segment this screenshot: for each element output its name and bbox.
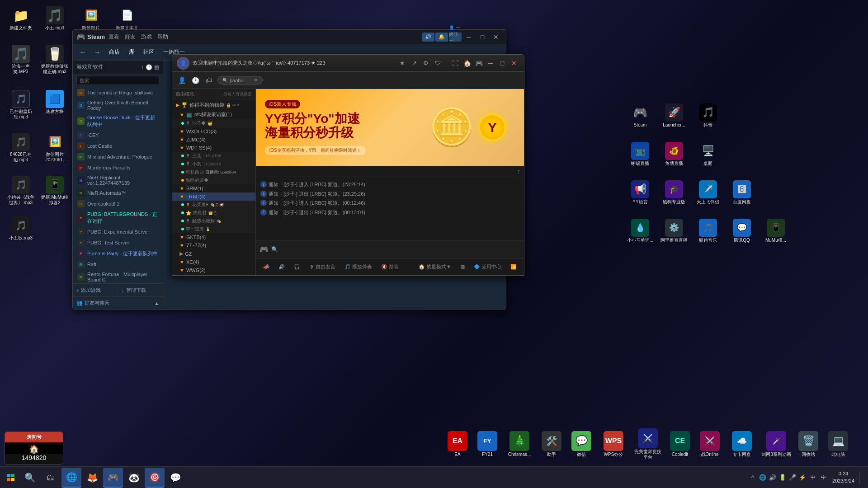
desktop-icon-audio5[interactable]: 🎵 小约铸《战争世界》.mp3 — [5, 174, 37, 207]
yy-tb-history[interactable]: 🕐 — [189, 75, 201, 86]
tray-volume[interactable]: 🔊 — [768, 473, 777, 482]
yy-search-clear[interactable]: ✕ — [254, 77, 258, 83]
game-item-pubg-test[interactable]: P PUBG: Test Server — [73, 237, 163, 248]
desktop-icon-ad1[interactable]: 📺 蜥蜴直播 — [624, 140, 656, 168]
taskbar-search[interactable]: 🔍 — [20, 468, 40, 488]
yy-group-wwg[interactable]: ▼ WWG(2) — [172, 266, 255, 274]
yy-group-xc[interactable]: ▼ XC(4) — [172, 258, 255, 266]
yy-tb-bookmark[interactable]: 🏷 — [203, 75, 215, 86]
add-game-btn[interactable]: +添加游戏 — [73, 284, 118, 296]
desktop-icon-netwangpan[interactable]: ☁️ 专卡网盘 — [725, 429, 759, 459]
desktop-icon-zhuanye2[interactable]: ⚙️ 阿里推直直播 — [658, 217, 690, 245]
desktop-icon-clown-mp3[interactable]: 🎵 小丑.mp3 — [38, 5, 71, 33]
yy-gamepad[interactable]: 🎮 — [473, 59, 484, 68]
yy-signal-btn[interactable]: 📶 — [507, 262, 520, 272]
yy-freespeech-btn[interactable]: 🎙 自由发言 — [306, 262, 339, 272]
sidebar-view-btn[interactable]: ▦ — [154, 64, 159, 70]
yy-icon-share[interactable]: ↗ — [409, 58, 419, 68]
yy-headset-btn[interactable]: 🎧 — [290, 263, 304, 271]
desktop-icon-sword3[interactable]: 🗡️ 剑网3系列动画 — [760, 429, 793, 459]
steam-back-btn[interactable]: ← — [76, 48, 89, 57]
yy-mic-btn[interactable]: 📣 — [259, 263, 273, 271]
yy-emoji-btn[interactable]: 🎮 — [259, 245, 269, 253]
desktop-icon-audio3[interactable]: 🎵 已在磁盘奶瓶.mp3 — [5, 88, 37, 122]
steam-community-btn[interactable]: 社区 — [140, 47, 158, 58]
game-item-murderous[interactable]: M Murderous Pursuits — [73, 162, 163, 173]
yy-input-search[interactable]: 🔍 — [271, 246, 278, 253]
game-item-nier-auto[interactable]: N NieR:Automata™ — [73, 188, 163, 198]
yy-user-banzhang[interactable]: 班长西西 直播间: 5560834 — [172, 168, 255, 176]
taskbar-discord[interactable]: 💬 — [165, 468, 185, 488]
desktop-icon-audio4[interactable]: 🎵 84628已在磁.mp3 — [5, 131, 37, 164]
steam-minimize[interactable]: ─ — [462, 33, 475, 42]
desktop-icon-zhanonline[interactable]: ⚔️ 战Online — [695, 429, 724, 459]
desktop-icon-ea[interactable]: EA EA — [443, 429, 472, 459]
desktop-icon-mumu2[interactable]: 📱 MuMu模... — [760, 217, 792, 245]
tray-more[interactable]: ⚡ — [798, 473, 807, 482]
desktop-icon-steam[interactable]: 🎮 Steam — [624, 102, 656, 130]
taskbar-time[interactable]: 0:24 2023/9/24 — [830, 469, 857, 485]
desktop-icon-baidu[interactable]: 🅱 百度网盘 — [726, 178, 758, 206]
taskbar-edge[interactable]: 🌐 — [61, 468, 81, 488]
yy-apps-btn[interactable]: 🔷 应用中心 — [470, 262, 505, 272]
game-search-input[interactable] — [76, 76, 159, 85]
game-item-nier-rep[interactable]: N NieR Replicant ver.1.22474487139 — [73, 173, 163, 188]
yy-scroll-top[interactable]: ↑ — [517, 168, 520, 175]
steam-nav-help[interactable]: 帮助 — [157, 33, 168, 41]
game-item-getting-over[interactable]: G Getting Over It with Bennett Foddy — [73, 98, 163, 113]
steam-store-btn[interactable]: 商店 — [105, 47, 123, 58]
desktop-icon-photo2[interactable]: 🖼️ 微信图片_2023091... — [38, 131, 71, 164]
yy-group-gktb[interactable]: ▼ GKTB(4) — [172, 233, 255, 241]
taskbar-firefox[interactable]: 🦊 — [82, 468, 102, 488]
manage-downloads-btn[interactable]: ↓管理下载 — [118, 284, 163, 296]
input-method[interactable]: 中 — [819, 473, 828, 482]
desktop-icon-tiktok[interactable]: 🎵 抖音 — [692, 102, 724, 130]
desktop-icon-assist[interactable]: 🛠️ 助手 — [537, 429, 566, 459]
desktop-icon-zhuanye[interactable]: 🎓 酷狗专业版 — [658, 178, 690, 206]
desktop-icon-audio6[interactable]: 🎵 小丑歌.mp3 — [5, 215, 37, 243]
yy-user-huacai[interactable]: 🎖 花菜菜♥ 🎭🎵📢 — [172, 201, 255, 209]
desktop-icon-shuiku[interactable]: 💧 小小马单词... — [624, 217, 656, 245]
yy-mute-btn[interactable]: 🔇 禁音 — [377, 262, 402, 272]
desktop-icon-cooledit[interactable]: CE Cooledit — [665, 429, 694, 459]
yy-maximize[interactable]: □ — [497, 59, 508, 68]
game-item-pubg[interactable]: P PUBG: BATTLEGROUNDS - 正在运行 — [73, 209, 163, 226]
yy-user-weizai[interactable]: 🎖 伟仔 i m — [172, 274, 255, 275]
yy-group-77[interactable]: ▼ 77~77(4) — [172, 241, 255, 249]
desktop-icon-milk[interactable]: 🥛 奶瓶教你做张腰正确.mp3 — [38, 43, 71, 76]
yy-music-btn[interactable]: 🎵 播放伴奏 — [341, 262, 376, 272]
yy-group-brm[interactable]: ▼ BRM(1) — [172, 184, 255, 192]
game-item-goose[interactable]: G Goose Goose Duck - 位于更新队列中 — [73, 113, 163, 130]
game-item-pummel[interactable]: P Pummel Party - 位于更新队列中 — [73, 248, 163, 259]
desktop-icon-audio-sea[interactable]: 🎵 沧海一声笑.MP3 — [5, 43, 37, 76]
yy-user-san[interactable]: 🎖 三儿 11810198 — [172, 152, 255, 160]
desktop-icon-mypc[interactable]: 💻 此电脑 — [824, 429, 853, 459]
yy-user-naipingj[interactable]: ⭐ 奶瓶君 👑📱 — [172, 209, 255, 217]
tray-mic2[interactable]: 🎤 — [788, 473, 797, 482]
steam-library-btn[interactable]: 库 — [125, 47, 138, 58]
yy-group-gz[interactable]: ▶ GZ — [172, 249, 255, 258]
lang-indicator[interactable]: 中 — [809, 473, 817, 482]
steam-forward-btn[interactable]: → — [91, 48, 104, 57]
game-item-rento[interactable]: R Rento Fortune - Multiplayer Board G — [73, 270, 163, 283]
yy-home[interactable]: 🏠 — [462, 59, 472, 68]
desktop-icon-yyvoice[interactable]: 📢 YY语言 — [624, 178, 656, 206]
steam-nav-friends[interactable]: 好友 — [125, 33, 136, 41]
desktop-icon-launcher[interactable]: 🚀 Launcher... — [658, 102, 690, 130]
yy-layout-btn[interactable]: ▦ — [457, 262, 468, 272]
yy-user-xiaoqi[interactable]: 🎖 小淇 11266618 — [172, 160, 255, 168]
desktop-icon-wps[interactable]: WPS WPS办公 — [597, 429, 630, 459]
friends-chat-btn[interactable]: 👥好友与聊天 ▲ — [73, 296, 163, 309]
steam-nav-view[interactable]: 查看 — [108, 33, 119, 41]
desktop-icon-ad2[interactable]: 🐠 鱼塘直播 — [658, 140, 690, 168]
desktop-icon-qqmusic[interactable]: 🎵 酷购音乐 — [692, 217, 724, 245]
show-desktop[interactable] — [859, 471, 863, 484]
game-item-raft[interactable]: R Raft — [73, 259, 163, 270]
desktop-icon-weixin[interactable]: 💬 微信 — [567, 429, 596, 459]
desktop-icon-new-folder[interactable]: 📁 新建文件夹 — [5, 5, 37, 33]
desktop-icon-qqapp[interactable]: 💬 腾讯QQ — [726, 217, 758, 245]
taskbar-panda[interactable]: 🐼 — [124, 468, 144, 488]
steam-bell-btn[interactable]: 🔔 — [435, 33, 448, 42]
taskbar-pubg[interactable]: 🎯 — [145, 468, 165, 488]
desktop-icon-sqfang[interactable]: 🟦 速攻方块 — [38, 88, 71, 116]
